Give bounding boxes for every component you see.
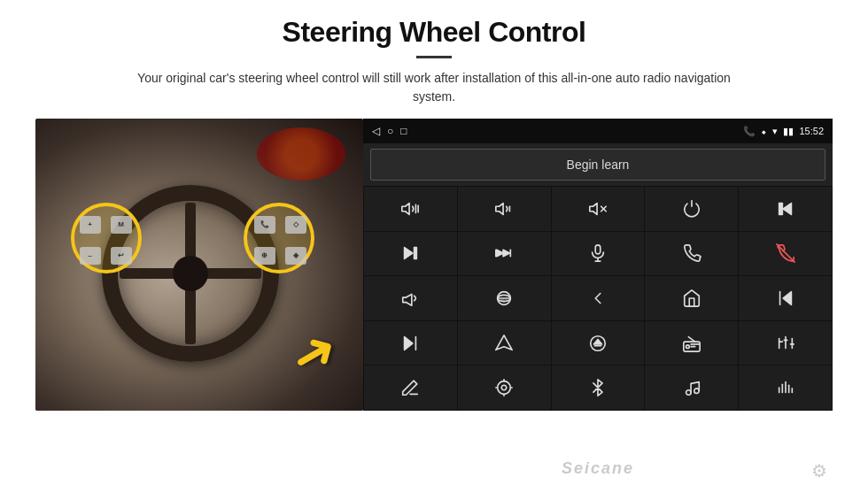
gear-settings-icon[interactable]: ⚙ [811,460,827,481]
svg-marker-13 [497,250,503,257]
page-container: Steering Wheel Control Your original car… [0,0,868,485]
seicane-watermark: Seicane [562,459,634,478]
grid-cell-bluetooth[interactable] [552,366,645,410]
svg-marker-26 [405,336,413,350]
android-screen-wrapper: ◁ ○ □ 📞 ⬥ ▾ ▮▮ 15:52 Begin learn [363,119,833,485]
prev-track-icon [776,199,795,219]
content-row: + M – ↩ 📞 ◇ ⊕ ◈ ➜ ◁ ○ [35,119,833,485]
svg-rect-9 [779,203,781,214]
svg-marker-14 [503,250,509,257]
begin-learn-button[interactable]: Begin learn [370,149,825,181]
sw-btn-plus: + [80,216,101,234]
location-icon: ⬥ [761,126,767,136]
page-title: Steering Wheel Control [283,16,586,49]
android-screen: ◁ ○ □ 📞 ⬥ ▾ ▮▮ 15:52 Begin learn [363,119,833,411]
svg-marker-31 [593,339,601,344]
360-cam-icon: 360° [494,289,514,308]
grid-cell-mute[interactable] [552,187,645,231]
vol-down-icon [494,199,514,219]
battery-icon: ▮▮ [783,126,794,137]
svg-marker-3 [496,203,503,214]
grid-cell-skip-fwd[interactable] [364,321,457,366]
bluetooth-icon [588,378,608,397]
next-track-icon [400,243,420,263]
svg-rect-16 [595,245,601,254]
icon-grid: 360° [363,186,833,411]
home-icon [682,289,701,308]
grid-cell-eject[interactable] [552,321,645,366]
grid-cell-radio[interactable] [645,321,738,366]
eject-icon [588,334,608,353]
svg-point-42 [501,385,507,390]
svg-marker-8 [783,203,791,214]
equalizer-icon [776,334,795,353]
nav-icon [494,334,514,353]
grid-cell-nav[interactable] [458,321,551,366]
mic-icon [588,243,608,263]
phone-icon [682,243,701,263]
vol-mute-icon [588,199,608,219]
back-icon [588,289,608,308]
grid-cell-ff-track[interactable] [458,232,551,276]
grid-cell-pen[interactable] [364,366,457,410]
phone-status-icon: 📞 [743,126,756,137]
grid-cell-360-cam[interactable]: 360° [458,276,551,320]
grid-cell-vol-up[interactable] [364,187,457,231]
horn-icon [400,289,420,308]
status-bar-left: ◁ ○ □ [372,125,407,137]
sw-btn-back: ↩ [111,247,132,265]
grid-cell-home[interactable] [645,276,738,320]
clock: 15:52 [799,126,824,136]
grid-cell-mic[interactable] [552,232,645,276]
grid-cell-settings2[interactable] [458,366,551,410]
grid-cell-prev-track[interactable] [739,187,832,231]
grid-cell-power[interactable] [645,187,738,231]
ff-track-icon [494,243,514,263]
sw-btn-mute: ⊕ [254,247,275,265]
recents-icon: □ [400,125,407,137]
title-divider [416,56,452,58]
sw-btn-vol: ◇ [285,216,306,234]
svg-marker-5 [590,203,597,214]
grid-cell-horn[interactable] [364,276,457,320]
svg-text:360°: 360° [501,299,508,303]
svg-marker-10 [405,248,413,259]
svg-point-48 [686,390,691,396]
grid-cell-hang-up[interactable] [739,232,832,276]
hang-up-icon [776,243,795,263]
power-icon [682,199,701,219]
grid-cell-sound-bars[interactable] [739,366,832,410]
grid-cell-vol-down[interactable] [458,187,551,231]
settings2-icon [494,378,514,397]
sw-btn-src: ◈ [285,247,306,265]
grid-cell-phone[interactable] [645,232,738,276]
right-buttons-group: 📞 ◇ ⊕ ◈ [250,210,310,270]
pen-icon [400,378,420,397]
left-buttons-group: + M – ↩ [75,210,136,270]
grid-cell-music[interactable] [645,366,738,410]
grid-cell-skip-back[interactable] [739,276,832,320]
svg-point-43 [498,381,511,395]
status-bar: ◁ ○ □ 📞 ⬥ ▾ ▮▮ 15:52 [363,119,833,143]
status-bar-right: 📞 ⬥ ▾ ▮▮ 15:52 [743,126,824,137]
svg-marker-0 [402,203,409,214]
svg-point-49 [694,389,700,394]
grid-cell-next-track[interactable] [364,232,457,276]
svg-rect-11 [415,248,417,259]
svg-marker-28 [496,335,512,350]
radio-icon [682,334,701,353]
steering-wheel-center [173,256,208,291]
svg-marker-24 [783,292,791,305]
begin-learn-row: Begin learn [363,143,833,186]
sw-btn-mode: M [111,216,132,234]
grid-cell-back[interactable] [552,276,645,320]
svg-point-33 [686,344,689,348]
back-icon: ◁ [372,125,380,137]
sw-btn-minus: – [80,247,101,265]
sw-btn-call: 📞 [254,216,275,234]
skip-fwd-icon [400,334,420,353]
wifi-icon: ▾ [772,126,778,137]
grid-cell-equalizer[interactable] [739,321,832,366]
vol-up-icon [400,199,420,219]
page-subtitle: Your original car's steering wheel contr… [124,69,744,106]
